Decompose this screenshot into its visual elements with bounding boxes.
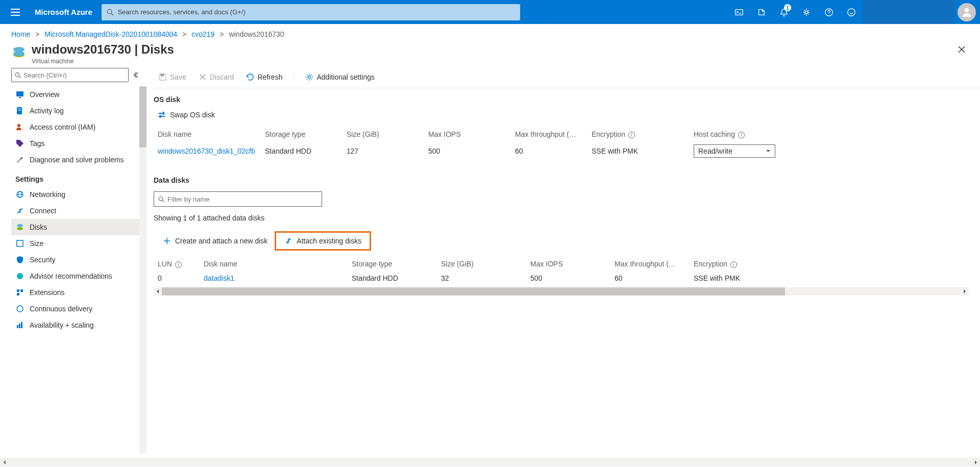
breadcrumb-home[interactable]: Home bbox=[11, 30, 30, 38]
col-storage-type: Storage type bbox=[352, 260, 441, 268]
sidebar-item-size[interactable]: Size bbox=[11, 235, 146, 252]
data-disk-encryption: SSE with PMK bbox=[694, 274, 775, 282]
sidebar-item-networking[interactable]: Networking bbox=[11, 186, 146, 203]
sidebar-item-availability[interactable]: Availability + scaling bbox=[11, 317, 146, 333]
sidebar-item-diagnose[interactable]: Diagnose and solve problems bbox=[11, 152, 146, 168]
svg-point-9 bbox=[965, 8, 969, 12]
svg-rect-28 bbox=[17, 289, 19, 292]
top-header: Microsoft Azure 1 bbox=[0, 0, 980, 24]
os-disk-encryption: SSE with PMK bbox=[592, 147, 694, 155]
sidebar-search-input[interactable] bbox=[23, 71, 125, 79]
notification-badge: 1 bbox=[784, 4, 791, 11]
sidebar-item-label: Disks bbox=[30, 223, 47, 231]
refresh-button[interactable]: Refresh bbox=[241, 71, 287, 83]
sidebar-item-continuous-delivery[interactable]: Continuous delivery bbox=[11, 301, 146, 317]
data-disk-row: 0 datadisk1 Standard HDD 32 500 60 SSE w… bbox=[154, 271, 969, 285]
breadcrumb-current: windows2016730 bbox=[229, 30, 284, 38]
shield-icon bbox=[15, 255, 24, 264]
col-encryption: Encryption i bbox=[694, 260, 775, 268]
os-disk-title: OS disk bbox=[154, 95, 969, 104]
svg-rect-32 bbox=[19, 324, 20, 328]
notifications-icon[interactable]: 1 bbox=[773, 0, 795, 24]
menu-button[interactable] bbox=[5, 0, 26, 24]
svg-point-36 bbox=[308, 76, 311, 78]
sidebar-item-activity-log[interactable]: Activity log bbox=[11, 103, 146, 119]
svg-rect-5 bbox=[736, 9, 743, 15]
info-icon[interactable]: i bbox=[628, 132, 635, 138]
close-button[interactable] bbox=[954, 42, 969, 57]
breadcrumb-item[interactable]: Microsoft.ManagedDisk-20201001084004 bbox=[44, 30, 177, 38]
sidebar-item-label: Networking bbox=[30, 190, 65, 199]
discard-button[interactable]: Discard bbox=[193, 71, 239, 83]
sidebar-item-label: Advisor recommendations bbox=[30, 272, 112, 280]
extensions-icon bbox=[15, 288, 24, 297]
col-lun: LUN i bbox=[158, 260, 204, 268]
col-max-throughput: Max throughput (… bbox=[515, 130, 592, 138]
table-hscrollbar[interactable] bbox=[154, 287, 969, 296]
brand[interactable]: Microsoft Azure bbox=[35, 8, 92, 16]
sidebar-item-label: Extensions bbox=[30, 288, 64, 297]
os-disk-size: 127 bbox=[347, 147, 428, 155]
swap-os-disk-button[interactable]: Swap OS disk bbox=[158, 111, 215, 119]
directory-icon[interactable] bbox=[750, 0, 773, 24]
sidebar-item-label: Tags bbox=[30, 139, 45, 148]
col-max-throughput: Max throughput (… bbox=[615, 260, 694, 268]
sidebar-item-tags[interactable]: Tags bbox=[11, 135, 146, 152]
svg-line-38 bbox=[162, 200, 164, 202]
svg-point-6 bbox=[805, 11, 807, 13]
scroll-right-icon[interactable] bbox=[961, 287, 969, 296]
info-icon[interactable]: i bbox=[730, 261, 737, 268]
main-content: Save Discard Refresh Additional settings… bbox=[146, 68, 980, 453]
sidebar-item-advisor[interactable]: Advisor recommendations bbox=[11, 268, 146, 284]
svg-point-12 bbox=[13, 51, 24, 56]
col-host-caching: Host caching i bbox=[694, 130, 780, 138]
svg-point-20 bbox=[17, 124, 20, 127]
sidebar-search[interactable] bbox=[11, 68, 129, 82]
col-disk-name: Disk name bbox=[204, 260, 352, 268]
page-title-row: windows2016730 | Disks Virtual machine bbox=[0, 42, 980, 68]
sidebar-item-extensions[interactable]: Extensions bbox=[11, 284, 146, 301]
settings-icon[interactable] bbox=[795, 0, 818, 24]
filter-input[interactable] bbox=[154, 191, 322, 207]
os-disk-name-link[interactable]: windows2016730_disk1_02cfb bbox=[158, 147, 265, 155]
sidebar-item-overview[interactable]: Overview bbox=[11, 86, 146, 103]
sidebar-item-security[interactable]: Security bbox=[11, 252, 146, 268]
sidebar-item-disks[interactable]: Disks bbox=[11, 219, 146, 235]
scroll-left-icon[interactable] bbox=[154, 287, 162, 296]
global-search[interactable] bbox=[102, 4, 520, 20]
data-disks-title: Data disks bbox=[154, 176, 969, 184]
svg-point-3 bbox=[107, 9, 112, 14]
info-icon[interactable]: i bbox=[738, 132, 745, 138]
page-subtitle: Virtual machine bbox=[32, 58, 174, 65]
global-search-input[interactable] bbox=[117, 8, 514, 16]
header-icons: 1 bbox=[728, 0, 980, 24]
save-button[interactable]: Save bbox=[154, 71, 191, 83]
info-icon[interactable]: i bbox=[175, 261, 182, 268]
svg-rect-29 bbox=[20, 289, 23, 292]
create-attach-new-disk-button[interactable]: Create and attach a new disk bbox=[158, 234, 273, 248]
feedback-icon[interactable] bbox=[840, 0, 863, 24]
header-account-area[interactable] bbox=[863, 0, 954, 24]
col-size: Size (GiB) bbox=[347, 130, 428, 138]
breadcrumb-sep: > bbox=[35, 30, 39, 38]
breadcrumb-item[interactable]: cvo219 bbox=[191, 30, 214, 38]
sidebar-item-label: Security bbox=[30, 256, 56, 264]
user-avatar[interactable] bbox=[958, 3, 976, 21]
breadcrumb-sep: > bbox=[219, 30, 224, 38]
filter-name-input[interactable] bbox=[167, 195, 317, 203]
sidebar-scrollbar[interactable] bbox=[139, 86, 146, 453]
host-caching-select[interactable]: Read/write bbox=[694, 144, 775, 158]
col-max-iops: Max IOPS bbox=[428, 130, 515, 138]
cloud-shell-icon[interactable] bbox=[728, 0, 750, 24]
collapse-sidebar-button[interactable] bbox=[134, 72, 140, 78]
sidebar-item-connect[interactable]: Connect bbox=[11, 203, 146, 219]
attach-existing-disks-button[interactable]: Attach existing disks bbox=[279, 234, 366, 248]
advisor-icon bbox=[15, 272, 24, 281]
data-disk-name-link[interactable]: datadisk1 bbox=[204, 274, 352, 282]
additional-settings-button[interactable]: Additional settings bbox=[300, 71, 380, 83]
data-disk-iops: 500 bbox=[530, 274, 615, 282]
sidebar-item-access-control[interactable]: Access control (IAM) bbox=[11, 119, 146, 135]
page-title: windows2016730 | Disks bbox=[32, 42, 174, 57]
col-encryption: Encryption i bbox=[592, 130, 694, 138]
help-icon[interactable] bbox=[818, 0, 840, 24]
